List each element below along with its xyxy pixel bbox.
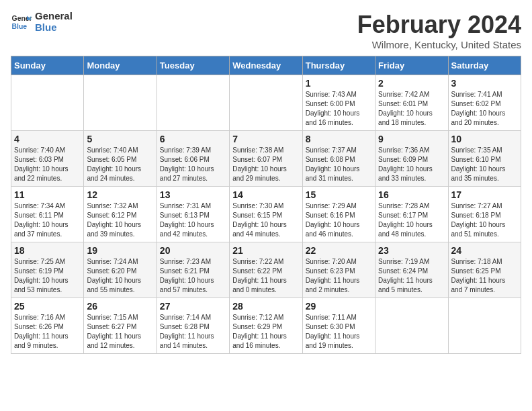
calendar-cell: 18Sunrise: 7:25 AM Sunset: 6:19 PM Dayli… xyxy=(11,242,84,298)
calendar-cell: 25Sunrise: 7:16 AM Sunset: 6:26 PM Dayli… xyxy=(11,298,84,354)
calendar-week-row: 11Sunrise: 7:34 AM Sunset: 6:11 PM Dayli… xyxy=(11,187,521,242)
calendar-cell: 20Sunrise: 7:23 AM Sunset: 6:21 PM Dayli… xyxy=(157,242,229,298)
day-info: Sunrise: 7:16 AM Sunset: 6:26 PM Dayligh… xyxy=(14,313,81,351)
day-number: 12 xyxy=(87,189,153,200)
day-info: Sunrise: 7:27 AM Sunset: 6:18 PM Dayligh… xyxy=(451,201,518,239)
day-number: 26 xyxy=(87,301,153,312)
day-info: Sunrise: 7:11 AM Sunset: 6:30 PM Dayligh… xyxy=(306,313,372,351)
day-info: Sunrise: 7:19 AM Sunset: 6:24 PM Dayligh… xyxy=(378,257,445,295)
logo-general-text: General xyxy=(35,11,73,22)
calendar-cell: 19Sunrise: 7:24 AM Sunset: 6:20 PM Dayli… xyxy=(84,242,157,298)
calendar-cell: 16Sunrise: 7:28 AM Sunset: 6:17 PM Dayli… xyxy=(375,187,448,242)
calendar-week-row: 4Sunrise: 7:40 AM Sunset: 6:03 PM Daylig… xyxy=(11,131,521,187)
calendar-cell: 7Sunrise: 7:38 AM Sunset: 6:07 PM Daylig… xyxy=(230,131,302,187)
header-day-saturday: Saturday xyxy=(448,56,521,75)
calendar-cell: 24Sunrise: 7:18 AM Sunset: 6:25 PM Dayli… xyxy=(448,242,521,298)
day-info: Sunrise: 7:37 AM Sunset: 6:08 PM Dayligh… xyxy=(306,146,372,183)
day-number: 19 xyxy=(87,245,153,256)
header-day-tuesday: Tuesday xyxy=(157,56,229,75)
calendar-cell: 10Sunrise: 7:35 AM Sunset: 6:10 PM Dayli… xyxy=(448,131,521,187)
day-info: Sunrise: 7:29 AM Sunset: 6:16 PM Dayligh… xyxy=(306,201,372,239)
day-number: 18 xyxy=(14,245,81,256)
calendar-cell: 28Sunrise: 7:12 AM Sunset: 6:29 PM Dayli… xyxy=(230,298,302,354)
calendar-cell: 5Sunrise: 7:40 AM Sunset: 6:05 PM Daylig… xyxy=(84,131,157,187)
day-info: Sunrise: 7:38 AM Sunset: 6:07 PM Dayligh… xyxy=(232,146,299,183)
day-number: 17 xyxy=(451,189,518,200)
calendar-cell: 21Sunrise: 7:22 AM Sunset: 6:22 PM Dayli… xyxy=(230,242,302,298)
calendar-cell: 27Sunrise: 7:14 AM Sunset: 6:28 PM Dayli… xyxy=(157,298,229,354)
day-number: 9 xyxy=(378,134,445,144)
day-info: Sunrise: 7:23 AM Sunset: 6:21 PM Dayligh… xyxy=(160,257,226,295)
calendar-cell: 23Sunrise: 7:19 AM Sunset: 6:24 PM Dayli… xyxy=(375,242,448,298)
day-info: Sunrise: 7:40 AM Sunset: 6:05 PM Dayligh… xyxy=(87,146,153,183)
calendar-cell: 15Sunrise: 7:29 AM Sunset: 6:16 PM Dayli… xyxy=(302,187,375,242)
calendar-cell: 26Sunrise: 7:15 AM Sunset: 6:27 PM Dayli… xyxy=(84,298,157,354)
day-info: Sunrise: 7:32 AM Sunset: 6:12 PM Dayligh… xyxy=(87,201,153,239)
calendar-cell xyxy=(84,75,157,131)
calendar-cell: 13Sunrise: 7:31 AM Sunset: 6:13 PM Dayli… xyxy=(157,187,229,242)
calendar-cell: 3Sunrise: 7:41 AM Sunset: 6:02 PM Daylig… xyxy=(448,75,521,131)
day-number: 10 xyxy=(451,134,518,144)
calendar-cell xyxy=(375,298,448,354)
calendar-cell: 6Sunrise: 7:39 AM Sunset: 6:06 PM Daylig… xyxy=(157,131,229,187)
calendar-week-row: 1Sunrise: 7:43 AM Sunset: 6:00 PM Daylig… xyxy=(11,75,521,131)
calendar-cell: 17Sunrise: 7:27 AM Sunset: 6:18 PM Dayli… xyxy=(448,187,521,242)
calendar-cell: 22Sunrise: 7:20 AM Sunset: 6:23 PM Dayli… xyxy=(302,242,375,298)
day-info: Sunrise: 7:30 AM Sunset: 6:15 PM Dayligh… xyxy=(232,201,299,239)
calendar-cell: 14Sunrise: 7:30 AM Sunset: 6:15 PM Dayli… xyxy=(230,187,302,242)
header-day-friday: Friday xyxy=(375,56,448,75)
day-info: Sunrise: 7:28 AM Sunset: 6:17 PM Dayligh… xyxy=(378,201,445,239)
day-info: Sunrise: 7:24 AM Sunset: 6:20 PM Dayligh… xyxy=(87,257,153,295)
day-info: Sunrise: 7:41 AM Sunset: 6:02 PM Dayligh… xyxy=(451,90,518,128)
day-info: Sunrise: 7:14 AM Sunset: 6:28 PM Dayligh… xyxy=(160,313,226,351)
header-day-wednesday: Wednesday xyxy=(230,56,302,75)
day-number: 6 xyxy=(160,134,226,144)
day-number: 20 xyxy=(160,245,226,256)
calendar-week-row: 25Sunrise: 7:16 AM Sunset: 6:26 PM Dayli… xyxy=(11,298,521,354)
day-number: 15 xyxy=(306,189,372,200)
calendar-title: February 2024 xyxy=(357,11,521,39)
day-info: Sunrise: 7:18 AM Sunset: 6:25 PM Dayligh… xyxy=(451,257,518,295)
day-number: 5 xyxy=(87,134,153,144)
calendar-header-row: SundayMondayTuesdayWednesdayThursdayFrid… xyxy=(11,56,521,75)
calendar-cell: 2Sunrise: 7:42 AM Sunset: 6:01 PM Daylig… xyxy=(375,75,448,131)
day-number: 11 xyxy=(14,189,81,200)
calendar-cell: 11Sunrise: 7:34 AM Sunset: 6:11 PM Dayli… xyxy=(11,187,84,242)
calendar-cell: 29Sunrise: 7:11 AM Sunset: 6:30 PM Dayli… xyxy=(302,298,375,354)
header: General Blue General Blue February 2024 … xyxy=(11,11,521,50)
calendar-cell: 4Sunrise: 7:40 AM Sunset: 6:03 PM Daylig… xyxy=(11,131,84,187)
day-number: 16 xyxy=(378,189,445,200)
calendar-table: SundayMondayTuesdayWednesdayThursdayFrid… xyxy=(11,56,521,354)
day-number: 2 xyxy=(378,78,445,89)
calendar-week-row: 18Sunrise: 7:25 AM Sunset: 6:19 PM Dayli… xyxy=(11,242,521,298)
day-number: 13 xyxy=(160,189,226,200)
day-number: 7 xyxy=(232,134,299,144)
title-block: February 2024 Wilmore, Kentucky, United … xyxy=(357,11,521,50)
calendar-subtitle: Wilmore, Kentucky, United States xyxy=(357,39,521,50)
day-number: 14 xyxy=(232,189,299,200)
svg-text:Blue: Blue xyxy=(12,22,28,30)
calendar-cell xyxy=(448,298,521,354)
calendar-cell: 9Sunrise: 7:36 AM Sunset: 6:09 PM Daylig… xyxy=(375,131,448,187)
day-number: 21 xyxy=(232,245,299,256)
day-info: Sunrise: 7:25 AM Sunset: 6:19 PM Dayligh… xyxy=(14,257,81,295)
day-number: 28 xyxy=(232,301,299,312)
day-number: 4 xyxy=(14,134,81,144)
day-info: Sunrise: 7:31 AM Sunset: 6:13 PM Dayligh… xyxy=(160,201,226,239)
day-info: Sunrise: 7:42 AM Sunset: 6:01 PM Dayligh… xyxy=(378,90,445,128)
day-info: Sunrise: 7:12 AM Sunset: 6:29 PM Dayligh… xyxy=(232,313,299,351)
day-info: Sunrise: 7:34 AM Sunset: 6:11 PM Dayligh… xyxy=(14,201,81,239)
logo-icon: General Blue xyxy=(11,11,32,33)
calendar-cell: 1Sunrise: 7:43 AM Sunset: 6:00 PM Daylig… xyxy=(302,75,375,131)
day-number: 23 xyxy=(378,245,445,256)
day-info: Sunrise: 7:35 AM Sunset: 6:10 PM Dayligh… xyxy=(451,146,518,183)
day-info: Sunrise: 7:36 AM Sunset: 6:09 PM Dayligh… xyxy=(378,146,445,183)
header-day-thursday: Thursday xyxy=(302,56,375,75)
calendar-cell: 8Sunrise: 7:37 AM Sunset: 6:08 PM Daylig… xyxy=(302,131,375,187)
day-info: Sunrise: 7:22 AM Sunset: 6:22 PM Dayligh… xyxy=(232,257,299,295)
day-number: 1 xyxy=(306,78,372,89)
header-day-sunday: Sunday xyxy=(11,56,84,75)
day-number: 25 xyxy=(14,301,81,312)
day-number: 3 xyxy=(451,78,518,89)
day-number: 22 xyxy=(306,245,372,256)
